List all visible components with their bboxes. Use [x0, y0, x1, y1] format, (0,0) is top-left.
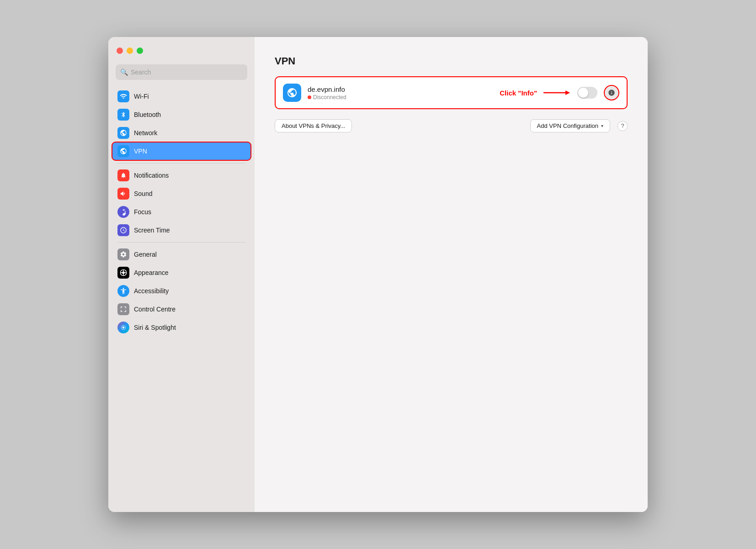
- add-vpn-button[interactable]: Add VPN Configuration ▾: [530, 119, 610, 132]
- vpn-name: de.evpn.info: [308, 85, 493, 93]
- sidebar-item-bluetooth[interactable]: Bluetooth: [112, 106, 251, 124]
- minimize-button[interactable]: [127, 48, 133, 54]
- vpn-status: Disconnected: [308, 94, 493, 100]
- vpn-entry-icon: [283, 84, 301, 102]
- sidebar-list: Wi-Fi Bluetooth Network: [108, 87, 255, 512]
- vpn-info: de.evpn.info Disconnected: [308, 85, 493, 100]
- sidebar-section-network: Wi-Fi Bluetooth Network: [112, 87, 251, 160]
- vpn-controls: Click "Info": [500, 85, 619, 100]
- screentime-icon: [117, 224, 129, 236]
- vpn-status-text: Disconnected: [313, 94, 346, 100]
- notifications-label: Notifications: [134, 172, 169, 179]
- network-label: Network: [134, 129, 157, 137]
- sidebar-item-sound[interactable]: Sound: [112, 185, 251, 203]
- main-content: VPN de.evpn.info Disconnected: [255, 37, 648, 512]
- help-button[interactable]: ?: [618, 121, 628, 131]
- annotation-arrow: [543, 88, 571, 97]
- sidebar-item-vpn[interactable]: VPN: [112, 142, 251, 160]
- vpn-entry-wrapper: de.evpn.info Disconnected Click "Info": [275, 76, 628, 109]
- bluetooth-icon: [117, 109, 129, 121]
- svg-marker-4: [565, 90, 570, 95]
- vpn-toggle[interactable]: [577, 87, 597, 99]
- controlcentre-label: Control Centre: [134, 306, 176, 313]
- sidebar-item-siri[interactable]: Siri & Spotlight: [112, 318, 251, 337]
- about-vpns-button[interactable]: About VPNs & Privacy...: [275, 119, 352, 132]
- network-icon: [117, 127, 129, 139]
- sidebar-item-controlcentre[interactable]: Control Centre: [112, 300, 251, 318]
- siri-label: Siri & Spotlight: [134, 324, 176, 331]
- page-title: VPN: [275, 55, 628, 67]
- sidebar-item-general[interactable]: General: [112, 245, 251, 264]
- screentime-label: Screen Time: [134, 227, 170, 234]
- divider-1: [117, 163, 245, 164]
- general-label: General: [134, 251, 157, 258]
- sidebar-item-network[interactable]: Network: [112, 124, 251, 142]
- siri-icon: [117, 322, 129, 333]
- svg-point-2: [122, 327, 125, 329]
- appearance-label: Appearance: [134, 269, 169, 276]
- controlcentre-icon: [117, 303, 129, 315]
- search-bar[interactable]: 🔍 Search: [116, 64, 247, 80]
- system-preferences-window: 🔍 Search Wi-Fi Bluetooth: [108, 37, 648, 512]
- vpn-entry: de.evpn.info Disconnected Click "Info": [276, 77, 627, 108]
- accessibility-icon: [117, 285, 129, 297]
- focus-icon: [117, 206, 129, 218]
- wifi-icon: [117, 90, 129, 102]
- sidebar-item-screentime[interactable]: Screen Time: [112, 221, 251, 239]
- sidebar-item-focus[interactable]: Focus: [112, 203, 251, 221]
- sound-label: Sound: [134, 190, 152, 197]
- sidebar-section-system: General Appearance Accessibility: [112, 245, 251, 337]
- close-button[interactable]: [117, 48, 123, 54]
- svg-point-1: [122, 271, 124, 274]
- click-info-annotation: Click "Info": [500, 89, 537, 97]
- accessibility-label: Accessibility: [134, 287, 169, 295]
- appearance-icon: [117, 267, 129, 279]
- vpn-label: VPN: [134, 148, 147, 155]
- sidebar-item-accessibility[interactable]: Accessibility: [112, 282, 251, 300]
- vpn-icon: [117, 145, 129, 157]
- general-icon: [117, 248, 129, 260]
- focus-label: Focus: [134, 208, 151, 216]
- sidebar-item-appearance[interactable]: Appearance: [112, 264, 251, 282]
- divider-2: [117, 242, 245, 243]
- vpn-actions: About VPNs & Privacy... Add VPN Configur…: [275, 119, 628, 132]
- status-dot: [308, 95, 311, 99]
- search-icon: 🔍: [120, 69, 128, 76]
- sidebar: 🔍 Search Wi-Fi Bluetooth: [108, 37, 255, 512]
- add-vpn-label: Add VPN Configuration: [537, 122, 598, 129]
- sidebar-item-notifications[interactable]: Notifications: [112, 166, 251, 185]
- titlebar: [108, 37, 255, 64]
- sidebar-section-personal: Notifications Sound Focus: [112, 166, 251, 239]
- chevron-down-icon: ▾: [601, 123, 603, 128]
- sidebar-item-wifi[interactable]: Wi-Fi: [112, 87, 251, 106]
- toggle-thumb: [578, 88, 588, 98]
- maximize-button[interactable]: [137, 48, 143, 54]
- info-button[interactable]: [604, 85, 619, 100]
- search-placeholder: Search: [131, 69, 151, 76]
- wifi-label: Wi-Fi: [134, 93, 149, 100]
- bluetooth-label: Bluetooth: [134, 111, 161, 118]
- sound-icon: [117, 188, 129, 200]
- notifications-icon: [117, 169, 129, 181]
